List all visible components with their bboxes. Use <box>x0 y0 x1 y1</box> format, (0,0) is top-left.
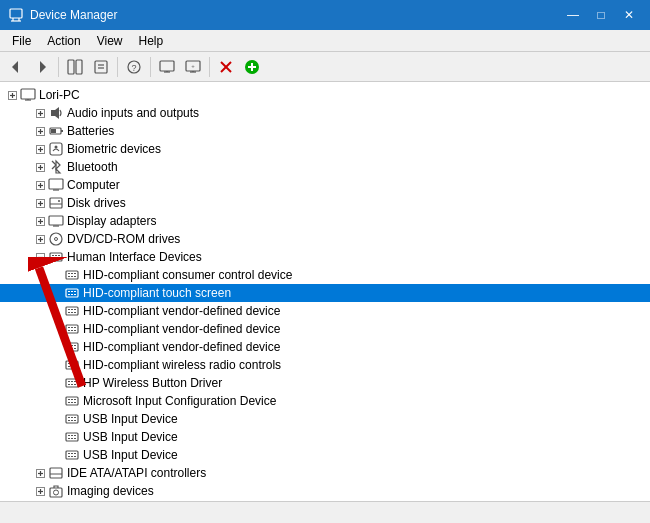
svg-rect-134 <box>68 402 70 403</box>
svg-point-61 <box>58 200 60 202</box>
svg-rect-90 <box>71 291 73 292</box>
tree-item[interactable]: Microsoft Input Configuration Device <box>0 392 650 410</box>
expand-icon[interactable] <box>32 105 48 121</box>
tree-item-label: Batteries <box>67 124 114 138</box>
device-icon <box>64 447 80 463</box>
svg-rect-65 <box>49 216 63 225</box>
svg-rect-124 <box>68 381 70 382</box>
tree-item[interactable]: HID-compliant wireless radio controls <box>0 356 650 374</box>
expand-icon[interactable] <box>32 465 48 481</box>
tree-item[interactable]: HID-compliant vendor-defined device <box>0 302 650 320</box>
tree-root[interactable]: Lori-PC <box>0 86 650 104</box>
help-button[interactable]: ? <box>122 55 146 79</box>
expand-root[interactable] <box>4 87 20 103</box>
tree-item[interactable]: Biometric devices <box>0 140 650 158</box>
svg-rect-100 <box>71 312 73 313</box>
tree-item[interactable]: Disk drives <box>0 194 650 212</box>
close-button[interactable]: ✕ <box>616 5 642 25</box>
svg-rect-0 <box>10 9 22 18</box>
svg-rect-121 <box>71 366 73 367</box>
tree-item[interactable]: HID-compliant vendor-defined device <box>0 338 650 356</box>
svg-rect-126 <box>74 381 76 382</box>
maximize-button[interactable]: □ <box>588 5 614 25</box>
expand-icon[interactable] <box>32 123 48 139</box>
expand-icon[interactable] <box>32 159 48 175</box>
tree-item[interactable]: HID-compliant vendor-defined device <box>0 320 650 338</box>
expand-icon <box>48 393 64 409</box>
svg-rect-78 <box>52 258 54 259</box>
svg-rect-154 <box>74 453 76 454</box>
expand-icon <box>48 411 64 427</box>
tree-item[interactable]: HP Wireless Button Driver <box>0 374 650 392</box>
menu-file[interactable]: File <box>4 32 39 50</box>
tree-item-label: USB Input Device <box>83 430 178 444</box>
expand-icon[interactable] <box>32 249 48 265</box>
tree-item[interactable]: Bluetooth <box>0 158 650 176</box>
tree-item[interactable]: Audio inputs and outputs <box>0 104 650 122</box>
device-icon <box>64 285 80 301</box>
tree-item[interactable]: Batteries <box>0 122 650 140</box>
svg-rect-7 <box>76 60 82 74</box>
tree-item[interactable]: USB Input Device <box>0 410 650 428</box>
svg-rect-107 <box>71 330 73 331</box>
svg-rect-105 <box>74 327 76 328</box>
tree-item[interactable]: DVD/CD-ROM drives <box>0 230 650 248</box>
back-button[interactable] <box>4 55 28 79</box>
svg-rect-144 <box>66 433 78 441</box>
tree-item[interactable]: Computer <box>0 176 650 194</box>
svg-marker-5 <box>40 61 46 73</box>
svg-rect-129 <box>74 384 76 385</box>
svg-text:+: + <box>191 63 195 69</box>
expand-icon[interactable] <box>32 141 48 157</box>
uninstall-button[interactable] <box>214 55 238 79</box>
device-icon <box>48 195 64 211</box>
device-icon <box>64 393 80 409</box>
tree-item[interactable]: Display adapters <box>0 212 650 230</box>
expand-icon <box>48 429 64 445</box>
properties-button[interactable] <box>89 55 113 79</box>
svg-rect-87 <box>74 276 76 277</box>
tree-item[interactable]: USB Input Device <box>0 446 650 464</box>
device-icon <box>48 105 64 121</box>
tree-item-label: Computer <box>67 178 120 192</box>
tree-item-label: HID-compliant vendor-defined device <box>83 304 280 318</box>
expand-icon[interactable] <box>32 483 48 499</box>
menu-action[interactable]: Action <box>39 32 88 50</box>
device-icon <box>64 339 80 355</box>
expand-icon[interactable] <box>32 213 48 229</box>
device-icon <box>48 213 64 229</box>
toolbar-separator-4 <box>209 57 210 77</box>
svg-rect-151 <box>66 451 78 459</box>
svg-rect-161 <box>50 468 62 478</box>
svg-text:?: ? <box>131 63 136 73</box>
menu-help[interactable]: Help <box>131 32 172 50</box>
menu-bar: File Action View Help <box>0 30 650 52</box>
expand-icon[interactable] <box>32 231 48 247</box>
tree-item-label: DVD/CD-ROM drives <box>67 232 180 246</box>
forward-button[interactable] <box>30 55 54 79</box>
show-hide-button[interactable] <box>63 55 87 79</box>
device-button-1[interactable] <box>155 55 179 79</box>
minimize-button[interactable]: — <box>560 5 586 25</box>
device-button-2[interactable]: + <box>181 55 205 79</box>
device-icon <box>48 123 64 139</box>
tree-item[interactable]: Imaging devices <box>0 482 650 500</box>
scan-button[interactable] <box>240 55 264 79</box>
expand-icon[interactable] <box>32 177 48 193</box>
tree-item[interactable]: USB Input Device <box>0 428 650 446</box>
svg-point-71 <box>55 238 58 241</box>
svg-rect-82 <box>68 273 70 274</box>
svg-rect-147 <box>74 435 76 436</box>
tree-item[interactable]: IDE ATA/ATAPI controllers <box>0 464 650 482</box>
tree-item[interactable]: HID-compliant consumer control device <box>0 266 650 284</box>
menu-view[interactable]: View <box>89 32 131 50</box>
expand-icon <box>48 375 64 391</box>
svg-rect-101 <box>74 312 76 313</box>
expand-icon <box>48 303 64 319</box>
tree-item[interactable]: HID-compliant touch screen <box>0 284 650 302</box>
svg-rect-85 <box>68 276 70 277</box>
expand-icon[interactable] <box>32 195 48 211</box>
tree-item[interactable]: Human Interface Devices <box>0 248 650 266</box>
svg-rect-148 <box>68 438 70 439</box>
device-tree[interactable]: Lori-PC Audio inputs and outputsBatterie… <box>0 82 650 501</box>
